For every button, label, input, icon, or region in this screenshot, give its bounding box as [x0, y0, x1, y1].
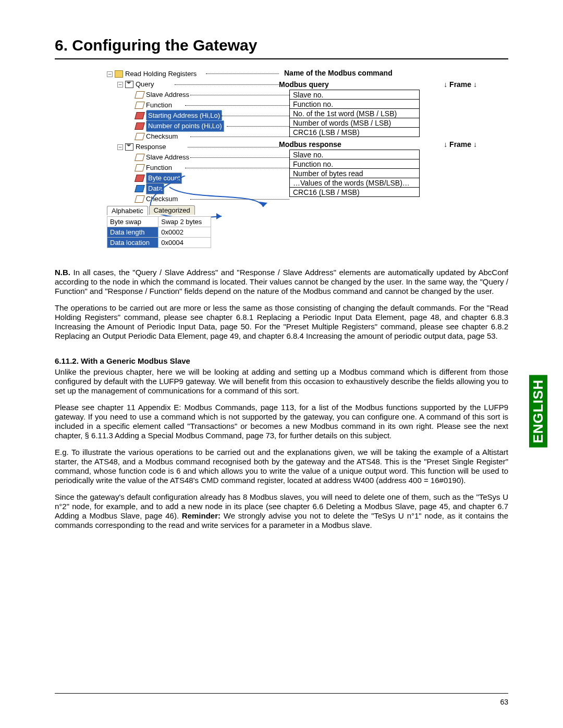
envelope-icon: [125, 143, 133, 151]
tag-icon: [134, 175, 145, 182]
query-header: Modbus query: [279, 80, 329, 89]
modbus-diagram: – Read Holding Registers – Query Slave A…: [55, 69, 508, 256]
tag-icon: [134, 164, 145, 171]
subsection-heading: 6.11.2. With a Generic Modbus Slave: [55, 356, 508, 365]
tab-categorized[interactable]: Categorized: [149, 205, 195, 215]
tag-icon: [134, 91, 145, 98]
tag-icon: [134, 112, 145, 119]
tree-item[interactable]: Number of points (Hi,Lo): [107, 121, 224, 131]
prop-row: Byte swapSwap 2 bytes: [107, 217, 211, 227]
tree-item[interactable]: Byte count: [107, 173, 224, 183]
document-body: N.B. In all cases, the "Query / Slave Ad…: [55, 268, 508, 530]
example-paragraph: E.g. To illustrate the various operation…: [55, 448, 508, 485]
tree-item[interactable]: Starting Address (Hi,Lo): [107, 110, 224, 121]
response-header: Modbus response: [279, 140, 341, 149]
page-number: 63: [500, 698, 508, 706]
title-rule: [55, 58, 508, 59]
frame-label: ↓ Frame ↓: [444, 140, 477, 149]
appendix-paragraph: Please see chapter 11 Appendix E: Modbus…: [55, 403, 508, 440]
language-tab: ENGLISH: [529, 375, 547, 448]
property-tabs: Alphabetic Categorized: [107, 205, 196, 215]
note-paragraph: N.B. In all cases, the "Query / Slave Ad…: [55, 268, 508, 296]
section-title: 6. Configuring the Gateway: [55, 36, 508, 54]
tree-query-label: Query: [136, 79, 154, 90]
reminder-label: Reminder:: [182, 511, 221, 520]
tree-response-label: Response: [136, 142, 166, 152]
command-name-label: Name of the Modbus command: [284, 69, 477, 77]
tree-item[interactable]: Data: [107, 183, 224, 194]
tree-root[interactable]: – Read Holding Registers: [107, 69, 224, 79]
prop-row-selected: Data location0x0004: [107, 238, 211, 248]
reminder-paragraph: Since the gateway's default configuratio…: [55, 492, 508, 530]
footer-rule: [55, 693, 508, 694]
collapse-icon[interactable]: –: [117, 82, 123, 88]
prop-row-selected: Data length0x0002: [107, 227, 211, 238]
tree-root-label: Read Holding Registers: [125, 69, 197, 79]
tag-icon: [134, 133, 145, 140]
tag-icon: [134, 185, 145, 192]
folder-icon: [115, 70, 123, 78]
tag-icon: [134, 102, 145, 109]
svg-marker-0: [216, 213, 222, 219]
tag-icon: [134, 154, 145, 161]
intro-paragraph: Unlike the previous chapter, here we wil…: [55, 367, 508, 396]
operations-paragraph: The operations to be carried out are mor…: [55, 303, 508, 341]
property-grid[interactable]: Byte swapSwap 2 bytes Data length0x0002 …: [107, 216, 211, 248]
collapse-icon[interactable]: –: [117, 144, 123, 150]
svg-marker-1: [259, 202, 267, 207]
collapse-icon[interactable]: –: [107, 71, 113, 77]
tag-icon: [134, 195, 145, 203]
query-frame-table: Slave no. Function no. No. of the 1st wo…: [289, 90, 420, 137]
envelope-icon: [125, 81, 133, 88]
tag-icon: [134, 122, 145, 130]
nb-label: N.B.: [55, 268, 70, 277]
response-frame-table: Slave no. Function no. Number of bytes r…: [289, 150, 420, 197]
frame-label: ↓ Frame ↓: [444, 80, 477, 89]
tab-alphabetic[interactable]: Alphabetic: [107, 206, 148, 215]
